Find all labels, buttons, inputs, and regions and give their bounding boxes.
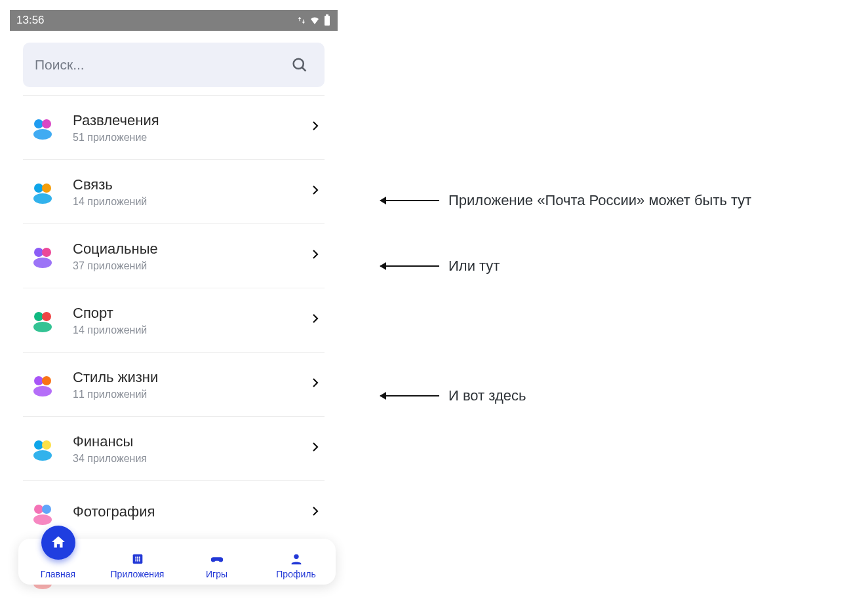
category-title: Спорт [73, 305, 311, 322]
search-input[interactable]: Поиск... [23, 43, 325, 87]
category-list: Развлечения51 приложение Связь14 приложе… [23, 95, 325, 599]
svg-point-21 [33, 450, 52, 461]
nav-label: Главная [41, 569, 75, 579]
category-thumb-icon [28, 306, 57, 335]
svg-point-15 [33, 322, 52, 332]
chevron-right-icon [311, 120, 319, 135]
nav-label: Приложения [111, 569, 165, 579]
svg-point-6 [33, 129, 52, 140]
svg-point-36 [136, 560, 138, 562]
category-texts: Спорт14 приложений [73, 305, 311, 336]
svg-point-14 [42, 312, 51, 321]
svg-point-11 [42, 248, 51, 257]
search-placeholder: Поиск... [35, 57, 85, 73]
svg-point-23 [42, 505, 51, 514]
wifi-icon [308, 15, 321, 26]
category-texts: Фотография [73, 503, 311, 523]
status-icons [297, 14, 331, 26]
svg-point-29 [135, 556, 136, 558]
svg-point-33 [136, 558, 138, 560]
category-row[interactable]: Финансы34 приложения [23, 417, 325, 481]
chevron-right-icon [311, 313, 319, 328]
battery-icon [323, 14, 331, 26]
category-subtitle: 34 приложения [73, 453, 311, 465]
annotation-text: И вот здесь [448, 387, 526, 404]
annotation-text: Или тут [448, 258, 500, 275]
category-thumb-icon [28, 178, 57, 206]
category-title: Финансы [73, 433, 311, 450]
svg-point-31 [138, 556, 140, 558]
svg-point-32 [135, 558, 136, 560]
category-row[interactable]: Стиль жизни11 приложений [23, 353, 325, 417]
category-texts: Стиль жизни11 приложений [73, 369, 311, 400]
chevron-right-icon [311, 184, 319, 199]
category-row[interactable]: Социальные37 приложений [23, 224, 325, 288]
nav-apps[interactable]: Приложения [98, 552, 177, 579]
svg-point-18 [33, 386, 52, 396]
search-icon [290, 56, 309, 74]
svg-point-4 [34, 119, 43, 128]
category-subtitle: 51 приложение [73, 132, 311, 144]
svg-point-10 [34, 248, 43, 257]
status-bar: 13:56 [10, 10, 338, 31]
svg-point-16 [34, 376, 43, 385]
category-subtitle: 37 приложений [73, 260, 311, 272]
nav-label: Профиль [276, 569, 315, 579]
category-subtitle: 11 приложений [73, 389, 311, 400]
nav-profile[interactable]: Профиль [256, 552, 336, 579]
annotation-text: Приложение «Почта России» может быть тут [448, 192, 751, 209]
chevron-right-icon [311, 505, 319, 520]
svg-point-38 [294, 554, 298, 559]
gamepad-icon [209, 552, 225, 566]
home-fab[interactable] [41, 526, 75, 560]
annotation: И вот здесь [380, 387, 526, 404]
nav-games[interactable]: Игры [177, 552, 256, 579]
svg-point-2 [294, 59, 304, 69]
status-time: 13:56 [16, 14, 45, 27]
phone-frame: 13:56 Поиск... Развлечения51 приложение … [10, 10, 338, 599]
svg-point-7 [34, 184, 43, 193]
svg-point-5 [42, 119, 51, 128]
swap-vertical-icon [297, 16, 306, 25]
category-title: Социальные [73, 241, 311, 258]
category-subtitle: 14 приложений [73, 324, 311, 336]
svg-line-3 [302, 68, 306, 71]
category-subtitle: 14 приложений [73, 196, 311, 208]
category-texts: Развлечения51 приложение [73, 112, 311, 144]
svg-point-17 [42, 376, 51, 385]
category-texts: Социальные37 приложений [73, 241, 311, 272]
arrow-left-icon [380, 200, 439, 201]
chevron-right-icon [311, 377, 319, 392]
svg-point-35 [135, 560, 136, 562]
category-title: Связь [73, 176, 311, 193]
search-container: Поиск... [10, 31, 338, 95]
category-thumb-icon [28, 113, 57, 142]
category-row[interactable]: Спорт14 приложений [23, 288, 325, 353]
svg-point-12 [33, 258, 52, 268]
svg-point-22 [34, 505, 43, 514]
arrow-left-icon [380, 265, 439, 267]
annotation: Приложение «Почта России» может быть тут [380, 192, 751, 209]
category-row[interactable]: Развлечения51 приложение [23, 96, 325, 160]
home-icon [50, 534, 67, 551]
category-title: Стиль жизни [73, 369, 311, 386]
chevron-right-icon [311, 441, 319, 456]
svg-point-8 [42, 184, 51, 193]
svg-rect-1 [326, 14, 328, 16]
category-row[interactable]: Связь14 приложений [23, 160, 325, 224]
category-title: Развлечения [73, 112, 311, 129]
arrow-left-icon [380, 395, 439, 396]
svg-point-20 [42, 440, 51, 450]
chevron-right-icon [311, 248, 319, 263]
category-texts: Финансы34 приложения [73, 433, 311, 465]
nav-label: Игры [206, 569, 227, 579]
svg-point-30 [136, 556, 138, 558]
category-thumb-icon [28, 499, 57, 528]
category-thumb-icon [28, 435, 57, 463]
category-texts: Связь14 приложений [73, 176, 311, 208]
svg-point-34 [138, 558, 140, 560]
svg-point-37 [138, 560, 140, 562]
profile-icon [289, 552, 304, 566]
svg-point-13 [34, 312, 43, 321]
svg-point-24 [33, 514, 52, 525]
